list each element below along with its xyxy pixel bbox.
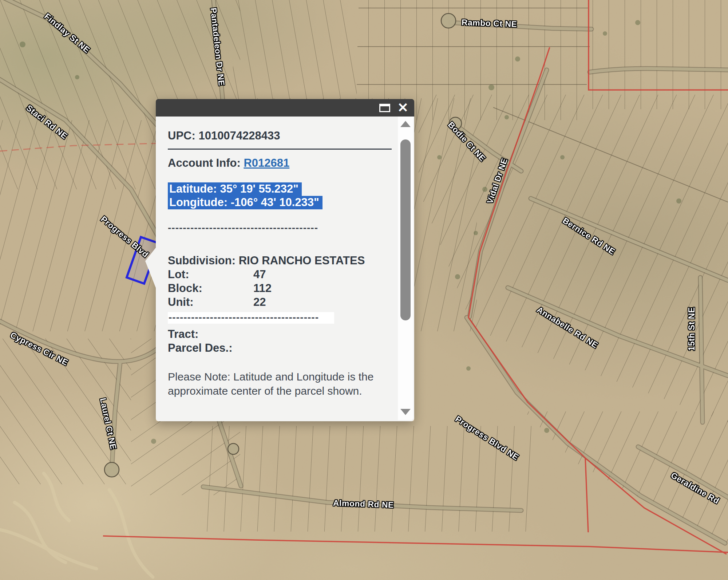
upc-label: UPC: bbox=[168, 129, 195, 142]
subdivision-value: RIO RANCHO ESTATES bbox=[239, 254, 365, 267]
popup-scrollbar[interactable] bbox=[398, 117, 413, 420]
field-value: 22 bbox=[253, 295, 266, 309]
popup-pointer bbox=[145, 247, 156, 289]
parcel-fields: Lot:47Block:112Unit:22 bbox=[168, 268, 392, 309]
lat-long-block: Latitude: 35° 19' 55.232" Longitude: -10… bbox=[168, 182, 392, 209]
tract-label: Tract: bbox=[168, 327, 392, 341]
scroll-down-arrow-icon[interactable] bbox=[400, 409, 411, 415]
note-text: Please Note: Latitude and Longitude is t… bbox=[168, 370, 397, 398]
popup-content: UPC: 1010074228433 Account Info: R012681… bbox=[156, 117, 414, 421]
screen: Findlay St NEPantadeleon Dr NEStaci Rd N… bbox=[0, 0, 728, 580]
parcel-des-label: Parcel Des.: bbox=[168, 341, 392, 355]
latitude-text: Latitude: 35° 19' 55.232" bbox=[168, 182, 302, 196]
field-row: Unit:22 bbox=[168, 295, 392, 309]
dashed-separator: ---------------------------------------- bbox=[168, 222, 392, 233]
close-button[interactable]: ✕ bbox=[397, 101, 408, 114]
field-value: 47 bbox=[253, 268, 266, 281]
field-label: Unit: bbox=[168, 295, 253, 309]
subdivision-row: Subdivision: RIO RANCHO ESTATES bbox=[168, 254, 392, 268]
dashed-separator: ---------------------------------------- bbox=[168, 312, 392, 324]
field-row: Block:112 bbox=[168, 281, 392, 295]
scroll-up-arrow-icon[interactable] bbox=[400, 121, 411, 127]
parcel-info-popup: ✕ UPC: 1010074228433 Account Info: R0126… bbox=[156, 99, 414, 421]
street-label: Almond Rd NE bbox=[333, 498, 394, 510]
account-link[interactable]: R012681 bbox=[244, 157, 289, 169]
divider-line bbox=[168, 149, 392, 150]
close-icon: ✕ bbox=[397, 101, 408, 114]
field-label: Block: bbox=[168, 281, 253, 295]
popup-titlebar[interactable]: ✕ bbox=[156, 99, 414, 117]
field-label: Lot: bbox=[168, 268, 253, 281]
field-row: Lot:47 bbox=[168, 268, 392, 281]
street-label: 15th St NE bbox=[687, 307, 697, 351]
subdivision-label: Subdivision: bbox=[168, 254, 236, 267]
upc-row: UPC: 1010074228433 bbox=[168, 129, 392, 143]
longitude-text: Longitude: -106° 43' 10.233" bbox=[168, 196, 323, 209]
account-label: Account Info: bbox=[168, 157, 241, 169]
street-label: Rambo Ct NE bbox=[462, 17, 517, 29]
maximize-button[interactable] bbox=[379, 104, 390, 112]
account-row: Account Info: R012681 bbox=[168, 156, 392, 170]
field-value: 112 bbox=[253, 281, 272, 295]
maximize-icon bbox=[379, 104, 390, 112]
scrollbar-thumb[interactable] bbox=[400, 139, 411, 320]
upc-value: 1010074228433 bbox=[198, 129, 280, 142]
